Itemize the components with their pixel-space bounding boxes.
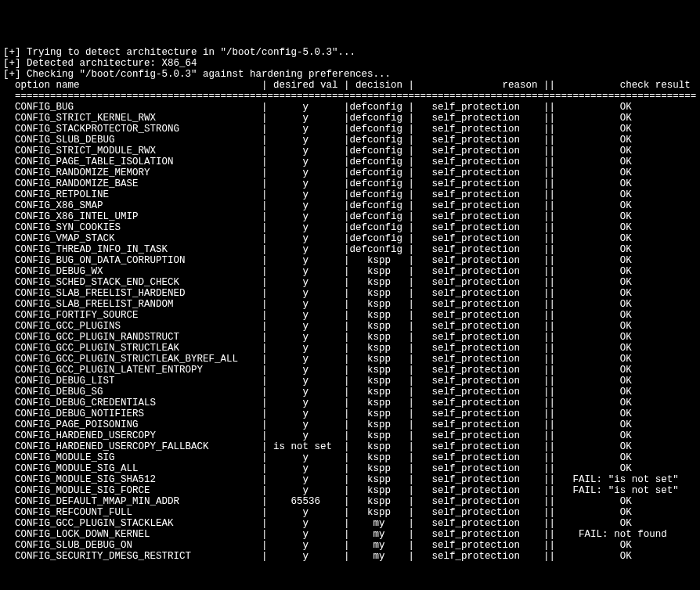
terminal-output: [+] Trying to detect architecture in "/b… — [3, 47, 700, 562]
